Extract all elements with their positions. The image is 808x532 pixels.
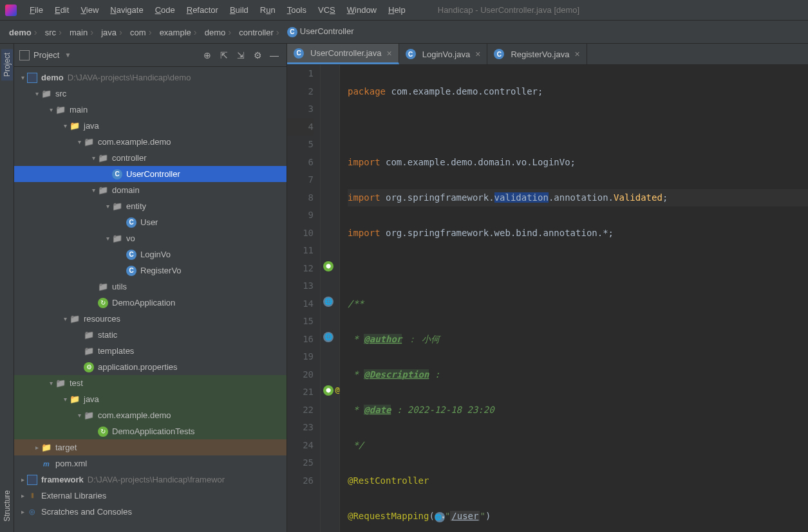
side-tab-project[interactable]: Project — [1, 49, 13, 80]
tree-item-templates[interactable]: templates — [14, 343, 287, 359]
chevron-down-icon[interactable]: ▾ — [75, 138, 84, 145]
tree-item-vo[interactable]: ▾vo — [14, 230, 287, 246]
class-icon: C — [126, 217, 136, 228]
tree-item-testpkg[interactable]: ▾com.example.demo — [14, 407, 287, 423]
chevron-down-icon[interactable]: ▾ — [89, 187, 98, 194]
earth-icon: 🌐▾ — [435, 512, 445, 522]
tree-item-main[interactable]: ▾main — [14, 102, 287, 118]
expand-all-icon[interactable]: ⇱ — [217, 48, 231, 62]
chevron-down-icon[interactable]: ▾ — [46, 106, 55, 113]
crumb-java[interactable]: java — [99, 26, 127, 37]
menu-edit[interactable]: Edit — [50, 3, 74, 17]
chevron-right-icon[interactable]: ▸ — [18, 508, 27, 515]
menu-refactor[interactable]: Refactor — [182, 3, 223, 17]
chevron-right-icon[interactable]: ▸ — [32, 444, 41, 451]
chevron-down-icon[interactable]: ▾ — [103, 235, 112, 242]
crumb-demo[interactable]: demo — [6, 26, 42, 37]
tab-registervo[interactable]: CRegisterVo.java× — [487, 44, 587, 64]
chevron-down-icon[interactable]: ▾ — [61, 396, 70, 403]
chevron-down-icon[interactable]: ▾ — [75, 412, 84, 419]
menu-vcs[interactable]: VCS — [313, 3, 341, 17]
tree-item-usercontroller[interactable]: CUserController — [14, 166, 287, 182]
chevron-down-icon[interactable]: ▾ — [89, 154, 98, 161]
tree-item-loginvo[interactable]: CLoginVo — [14, 246, 287, 262]
crumb-class[interactable]: CUserController — [285, 26, 357, 37]
mapping-gutter-icon[interactable]: 🌐 — [323, 297, 334, 307]
tree-item-testjava[interactable]: ▾java — [14, 391, 287, 407]
mapping-gutter-icon[interactable]: 🌐 — [323, 332, 334, 342]
tree-item-java[interactable]: ▾java — [14, 118, 287, 134]
class-icon: C — [126, 250, 136, 260]
folder-icon — [84, 346, 94, 356]
crumb-controller[interactable]: controller — [236, 26, 284, 37]
tree-item-demo[interactable]: ▾demoD:\JAVA-projects\Handicap\demo — [14, 69, 287, 86]
menubar: File Edit View Navigate Code Refactor Bu… — [0, 0, 808, 21]
crumb-example[interactable]: example — [157, 26, 202, 37]
hide-panel-icon[interactable]: — — [267, 48, 281, 62]
tree-item-user[interactable]: CUser — [14, 214, 287, 230]
menu-tools[interactable]: Tools — [282, 3, 312, 17]
chevron-down-icon[interactable]: ▾ — [61, 315, 70, 322]
tab-usercontroller[interactable]: CUserController.java× — [287, 44, 399, 64]
chevron-down-icon[interactable]: ▾ — [46, 380, 55, 387]
tree-item-target[interactable]: ▸target — [14, 439, 287, 455]
menu-window[interactable]: Window — [342, 3, 382, 17]
crumb-src[interactable]: src — [42, 26, 67, 37]
project-header-title[interactable]: Project — [33, 50, 59, 60]
menu-run[interactable]: Run — [255, 3, 281, 17]
tree-item-test[interactable]: ▾test — [14, 375, 287, 391]
tree-item-demoapptests[interactable]: ↻DemoApplicationTests — [14, 423, 287, 439]
menu-code[interactable]: Code — [150, 3, 180, 17]
chevron-right-icon[interactable]: ▸ — [18, 492, 27, 499]
tree-item-src[interactable]: ▾src — [14, 86, 287, 102]
spring-config-icon: ⚙ — [84, 362, 94, 372]
tree-item-scratches[interactable]: ▸◎Scratches and Consoles — [14, 504, 287, 520]
chevron-down-icon[interactable]: ▾ — [18, 74, 27, 81]
tree-item-appprops[interactable]: ⚙application.properties — [14, 359, 287, 375]
select-opened-icon[interactable]: ⊕ — [200, 48, 214, 62]
project-header: Project ▼ ⊕ ⇱ ⇲ ⚙ — — [14, 44, 287, 67]
menu-help[interactable]: Help — [383, 3, 411, 17]
gear-icon[interactable]: ⚙ — [250, 48, 265, 62]
package-icon — [84, 410, 94, 421]
chevron-down-icon[interactable]: ▾ — [61, 122, 70, 129]
tree-item-static[interactable]: static — [14, 327, 287, 343]
module-icon — [27, 73, 37, 83]
tree-item-package[interactable]: ▾com.example.demo — [14, 134, 287, 150]
menu-build[interactable]: Build — [225, 3, 254, 17]
spring-gutter-icon[interactable]: ● — [323, 261, 334, 271]
tree-item-demoapp[interactable]: ↻DemoApplication — [14, 295, 287, 311]
package-icon — [112, 234, 122, 244]
menu-view[interactable]: View — [75, 3, 104, 17]
tree-item-resources[interactable]: ▾resources — [14, 311, 287, 327]
tree-item-entity[interactable]: ▾entity — [14, 198, 287, 214]
tree-item-controller[interactable]: ▾controller — [14, 150, 287, 166]
close-icon[interactable]: × — [475, 49, 480, 59]
crumb-com[interactable]: com — [127, 26, 157, 37]
crumb-demo2[interactable]: demo — [202, 26, 237, 37]
project-view-dropdown[interactable]: ▼ — [64, 51, 71, 59]
tree-item-registervo[interactable]: CRegisterVo — [14, 262, 287, 279]
breadcrumb-bar: demo src main java com example demo cont… — [0, 21, 808, 44]
tree-item-extlibs[interactable]: ▸⫴External Libraries — [14, 488, 287, 504]
crumb-main[interactable]: main — [67, 26, 99, 37]
chevron-right-icon[interactable]: ▸ — [18, 476, 27, 483]
test-folder-icon — [70, 394, 80, 405]
tab-loginvo[interactable]: CLoginVo.java× — [399, 44, 488, 64]
collapse-all-icon[interactable]: ⇲ — [234, 48, 248, 62]
menu-file[interactable]: File — [24, 3, 48, 17]
side-tab-structure[interactable]: Structure — [1, 486, 13, 526]
tree-item-framework[interactable]: ▸frameworkD:\JAVA-projects\Handicap\fram… — [14, 472, 287, 488]
class-icon: C — [112, 169, 122, 179]
project-tree[interactable]: ▾demoD:\JAVA-projects\Handicap\demo ▾src… — [14, 67, 287, 532]
editor-body[interactable]: 123456789101112131415161920212223242526 … — [287, 65, 808, 532]
tree-item-pom[interactable]: mpom.xml — [14, 455, 287, 472]
close-icon[interactable]: × — [574, 49, 579, 59]
chevron-down-icon[interactable]: ▾ — [32, 90, 41, 97]
chevron-down-icon[interactable]: ▾ — [103, 203, 112, 210]
code-area[interactable]: package com.example.demo.controller; imp… — [340, 65, 808, 532]
tree-item-domain[interactable]: ▾domain — [14, 182, 287, 198]
menu-navigate[interactable]: Navigate — [105, 3, 148, 17]
close-icon[interactable]: × — [387, 48, 392, 59]
tree-item-utils[interactable]: utils — [14, 279, 287, 295]
